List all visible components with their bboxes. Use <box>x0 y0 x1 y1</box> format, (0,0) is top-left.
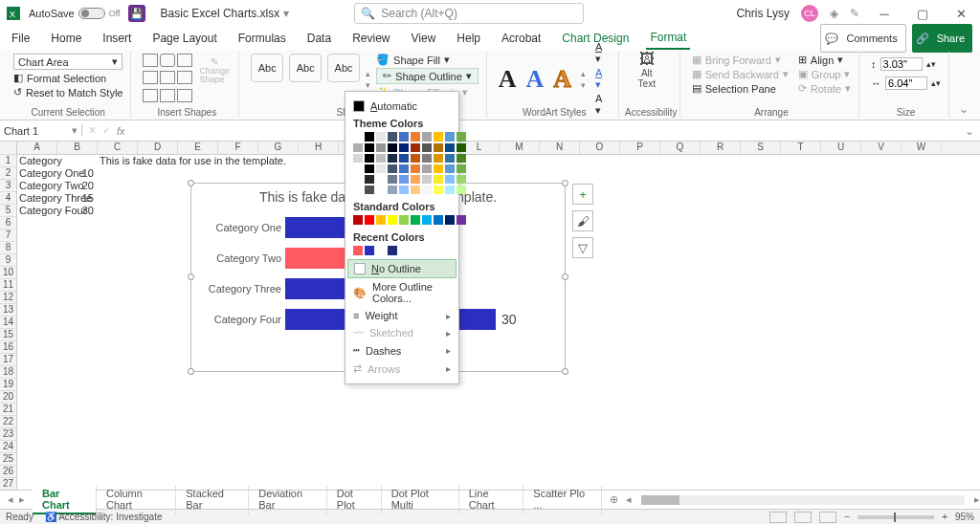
color-swatch[interactable] <box>353 143 363 152</box>
col-header[interactable]: O <box>580 142 620 154</box>
share-button[interactable]: 🔗 Share <box>912 24 972 53</box>
send-backward-button[interactable]: ▦ Send Backward ▾ <box>692 68 789 80</box>
sheet-tab[interactable]: Line Chart <box>459 486 524 514</box>
color-swatch[interactable] <box>399 186 409 194</box>
sheet-tab[interactable]: Stacked Bar <box>176 486 249 514</box>
row-header[interactable]: 22 <box>0 416 16 428</box>
color-swatch[interactable] <box>399 154 409 163</box>
color-swatch[interactable] <box>422 143 432 152</box>
color-swatch[interactable] <box>434 143 443 152</box>
wordart-a3[interactable]: A <box>553 65 571 94</box>
color-swatch[interactable] <box>422 215 432 225</box>
cancel-icon[interactable]: ✕ <box>88 124 97 137</box>
tab-home[interactable]: Home <box>47 28 85 49</box>
zoom-level[interactable]: 95% <box>955 512 974 522</box>
color-swatch[interactable] <box>365 154 374 163</box>
color-swatch[interactable] <box>376 175 386 184</box>
more-colors-option[interactable]: 🎨More Outline Colors... <box>353 278 451 307</box>
color-swatch[interactable] <box>411 143 420 152</box>
row-header[interactable]: 13 <box>0 304 16 317</box>
row-header[interactable]: 21 <box>0 404 16 416</box>
wordart-a1[interactable]: A <box>499 65 517 94</box>
tab-formulas[interactable]: Formulas <box>234 28 290 49</box>
diamond-icon[interactable]: ◈ <box>830 7 838 20</box>
color-swatch[interactable] <box>457 143 466 152</box>
sheet-tab[interactable]: Scatter Plo ... <box>523 486 602 514</box>
row-header[interactable]: 25 <box>0 453 16 466</box>
color-swatch[interactable] <box>457 164 466 173</box>
color-swatch[interactable] <box>399 215 409 225</box>
comments-button[interactable]: 💬 Comments <box>820 24 905 53</box>
color-swatch[interactable] <box>445 215 455 225</box>
row-header[interactable]: 3 <box>0 180 16 192</box>
format-selection-button[interactable]: ◧Format Selection <box>13 72 122 84</box>
sheet-tab[interactable]: Dot Plot <box>327 486 382 514</box>
normal-view-button[interactable] <box>769 512 787 523</box>
tab-file[interactable]: File <box>8 28 33 49</box>
tab-prev-icon[interactable]: ◂ <box>8 493 13 506</box>
col-header[interactable]: E <box>178 142 218 154</box>
align-button[interactable]: ⊞ Align ▾ <box>798 54 851 66</box>
color-swatch[interactable] <box>411 175 420 184</box>
pen-icon[interactable]: ✎ <box>850 7 859 20</box>
chart-filters-button[interactable]: ▽ <box>572 237 593 258</box>
column-headers[interactable]: ABCDEFGHIJKLMNOPQRSTUVW <box>17 142 980 155</box>
color-swatch[interactable] <box>388 143 397 152</box>
color-swatch[interactable] <box>411 164 420 173</box>
change-shape-button[interactable]: ✎ Change Shape <box>198 54 231 86</box>
autosave-toggle[interactable]: AutoSave Off <box>29 8 121 19</box>
row-header[interactable]: 16 <box>0 341 16 354</box>
cell[interactable]: 10 <box>57 167 96 180</box>
tab-acrobat[interactable]: Acrobat <box>498 28 545 49</box>
tab-format[interactable]: Format <box>646 27 690 50</box>
row-header[interactable]: 23 <box>0 428 16 441</box>
new-sheet-button[interactable]: ⊕ <box>602 493 626 506</box>
color-swatch[interactable] <box>376 246 386 255</box>
row-header[interactable]: 10 <box>0 267 16 279</box>
tab-page-layout[interactable]: Page Layout <box>148 28 220 49</box>
color-swatch[interactable] <box>457 132 466 142</box>
col-header[interactable]: T <box>781 142 821 154</box>
style-preset-3[interactable]: Abc <box>327 54 360 82</box>
row-header[interactable]: 5 <box>0 205 16 217</box>
color-swatch[interactable] <box>434 215 443 225</box>
color-swatch[interactable] <box>388 175 397 184</box>
no-outline-option[interactable]: No Outline <box>347 259 457 278</box>
color-swatch[interactable] <box>376 164 386 173</box>
chart-element-selector[interactable]: Chart Area▾ <box>13 54 122 70</box>
color-swatch[interactable] <box>411 154 420 163</box>
name-box[interactable]: Chart 1▾ <box>0 124 82 137</box>
color-swatch[interactable] <box>388 186 397 194</box>
wordart-a2[interactable]: A <box>526 65 545 94</box>
color-swatch[interactable] <box>365 143 374 152</box>
row-header[interactable]: 9 <box>0 254 16 267</box>
color-swatch[interactable] <box>422 132 432 142</box>
chart-styles-button[interactable]: 🖌 <box>572 210 593 231</box>
weight-option[interactable]: ≡Weight▸ <box>353 307 451 324</box>
col-header[interactable]: R <box>701 142 741 154</box>
color-swatch[interactable] <box>445 186 455 194</box>
alt-text-button[interactable]: 🖼 Alt Text <box>631 54 663 86</box>
col-header[interactable]: N <box>540 142 580 154</box>
color-swatch[interactable] <box>399 132 409 142</box>
reset-style-button[interactable]: ↺Reset to Match Style <box>13 86 122 98</box>
sheet-tab[interactable]: Dot Plot Multi <box>382 486 459 514</box>
tab-next-icon[interactable]: ▸ <box>19 493 25 506</box>
row-header[interactable]: 17 <box>0 354 16 366</box>
row-header[interactable]: 4 <box>0 192 16 205</box>
collapse-ribbon-icon[interactable]: ⌄ <box>953 100 974 118</box>
color-swatch[interactable] <box>434 132 443 142</box>
color-swatch[interactable] <box>353 186 363 194</box>
width-input[interactable] <box>885 76 927 90</box>
theme-shades-palette[interactable] <box>353 143 451 194</box>
group-button-btn[interactable]: ▣ Group ▾ <box>798 68 851 80</box>
row-header[interactable]: 24 <box>0 441 16 453</box>
chart-elements-button[interactable]: + <box>572 184 593 205</box>
save-icon[interactable]: 💾 <box>128 5 145 22</box>
avatar[interactable]: CL <box>801 5 818 22</box>
fx-icon[interactable]: fx <box>117 125 125 137</box>
tab-view[interactable]: View <box>408 28 440 49</box>
minimize-button[interactable]: ─ <box>871 0 898 27</box>
search-input[interactable]: 🔍 Search (Alt+Q) <box>354 3 584 24</box>
row-header[interactable]: 18 <box>0 366 16 379</box>
